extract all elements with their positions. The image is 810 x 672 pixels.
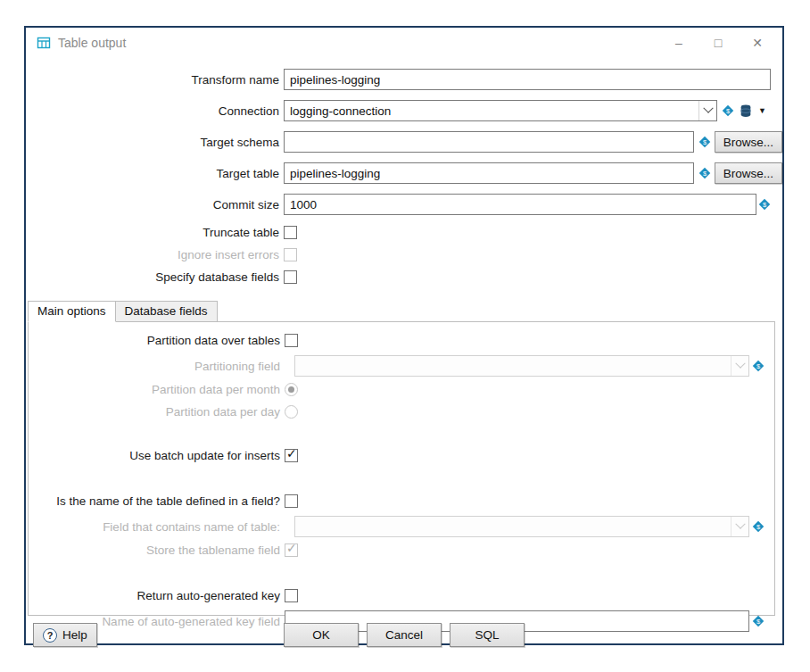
partition-row: Partition data over tables [29, 333, 774, 348]
help-icon: ? [43, 628, 57, 643]
minimize-button[interactable]: – [659, 28, 698, 58]
variable-icon: $ [752, 360, 765, 372]
chevron-down-icon[interactable] [698, 101, 716, 120]
transform-name-label: Transform name [26, 73, 284, 87]
tab-database-fields[interactable]: Database fields [116, 301, 218, 322]
connection-options-dropdown-icon[interactable]: ▼ [758, 107, 766, 115]
table-name-in-field-label: Is the name of the table defined in a fi… [29, 494, 285, 508]
help-button[interactable]: ? Help [33, 623, 97, 647]
store-tablename-label: Store the tablename field [29, 543, 285, 557]
variable-icon: $ [698, 167, 711, 179]
target-schema-label: Target schema [26, 136, 284, 149]
ignore-insert-errors-checkbox [284, 248, 297, 261]
target-table-input[interactable] [284, 162, 694, 184]
cancel-button[interactable]: Cancel [367, 623, 442, 647]
connection-label: Connection [26, 104, 284, 118]
partition-month-radio [285, 383, 298, 396]
target-schema-row: Target schema $ Browse... [26, 131, 782, 153]
batch-update-label: Use batch update for inserts [29, 449, 285, 462]
tab-main-options[interactable]: Main options [28, 301, 116, 322]
variable-icon: $ [758, 198, 771, 211]
truncate-table-label: Truncate table [26, 226, 284, 239]
variable-icon: $ [698, 136, 711, 148]
table-name-in-field-row: Is the name of the table defined in a fi… [29, 494, 774, 509]
connection-value: logging-connection [285, 104, 698, 118]
footer: ? Help OK Cancel SQL [33, 623, 775, 648]
commit-size-label: Commit size [26, 198, 284, 212]
partition-checkbox[interactable] [285, 334, 298, 347]
specify-database-fields-row: Specify database fields [26, 270, 782, 285]
table-output-icon [37, 36, 51, 50]
main-options-panel: Partition data over tables Partitioning … [28, 321, 775, 616]
target-table-label: Target table [26, 167, 284, 180]
return-auto-key-label: Return auto-generated key [29, 589, 285, 602]
commit-size-row: Commit size $ [26, 194, 782, 215]
transform-name-input[interactable] [284, 69, 771, 90]
close-button[interactable]: ✕ [738, 28, 777, 58]
variable-icon: $ [722, 104, 734, 117]
ok-button[interactable]: OK [284, 623, 359, 647]
browse-table-button[interactable]: Browse... [715, 162, 782, 184]
form-area: Transform name Connection logging-connec… [26, 58, 782, 285]
table-name-in-field-checkbox[interactable] [285, 494, 298, 508]
database-icon[interactable] [740, 104, 752, 118]
partitioning-field-label: Partitioning field [29, 360, 285, 373]
return-auto-key-row: Return auto-generated key [29, 588, 774, 603]
partition-day-row: Partition data per day [29, 404, 774, 419]
return-auto-key-checkbox[interactable] [285, 589, 298, 602]
truncate-table-checkbox[interactable] [284, 226, 297, 239]
sql-button[interactable]: SQL [450, 623, 525, 647]
window-title: Table output [58, 36, 659, 50]
store-tablename-row: Store the tablename field [29, 543, 774, 558]
action-buttons: OK Cancel SQL [284, 623, 525, 647]
help-button-label: Help [62, 628, 87, 642]
partition-month-label: Partition data per month [29, 383, 285, 396]
partitioning-field-row: Partitioning field $ [29, 355, 774, 377]
partitioning-field-combo [294, 355, 749, 377]
chevron-down-icon [731, 356, 748, 376]
store-tablename-checkbox [285, 543, 298, 557]
variable-icon: $ [752, 520, 765, 533]
browse-schema-button[interactable]: Browse... [715, 131, 782, 153]
specify-database-fields-label: Specify database fields [26, 270, 284, 284]
ignore-insert-errors-row: Ignore insert errors [26, 247, 782, 262]
connection-combo[interactable]: logging-connection [284, 100, 717, 121]
truncate-table-row: Truncate table [26, 225, 782, 240]
partition-month-row: Partition data per month [29, 382, 774, 397]
tab-strip: Main options Database fields [28, 301, 775, 322]
connection-row: Connection logging-connection $ ▼ [26, 100, 782, 121]
chevron-down-icon [731, 517, 748, 536]
target-schema-input[interactable] [284, 131, 694, 153]
commit-size-input[interactable] [284, 194, 756, 215]
specify-database-fields-checkbox[interactable] [284, 270, 297, 284]
partition-day-label: Partition data per day [29, 405, 285, 419]
partition-day-radio [285, 405, 298, 419]
field-with-table-name-row: Field that contains name of table: $ [29, 516, 774, 537]
transform-name-row: Transform name [26, 69, 782, 90]
tab-folder: Main options Database fields Partition d… [28, 301, 775, 616]
batch-update-checkbox[interactable] [285, 449, 298, 462]
batch-update-row: Use batch update for inserts [29, 448, 774, 463]
target-table-row: Target table $ Browse... [26, 162, 782, 184]
field-with-table-name-combo [294, 516, 749, 537]
titlebar[interactable]: Table output – □ ✕ [26, 28, 782, 58]
ignore-insert-errors-label: Ignore insert errors [26, 248, 284, 261]
field-with-table-name-label: Field that contains name of table: [29, 520, 285, 534]
partition-label: Partition data over tables [29, 334, 285, 347]
maximize-button[interactable]: □ [698, 28, 738, 58]
table-output-dialog: Table output – □ ✕ Transform name Connec… [24, 26, 784, 645]
